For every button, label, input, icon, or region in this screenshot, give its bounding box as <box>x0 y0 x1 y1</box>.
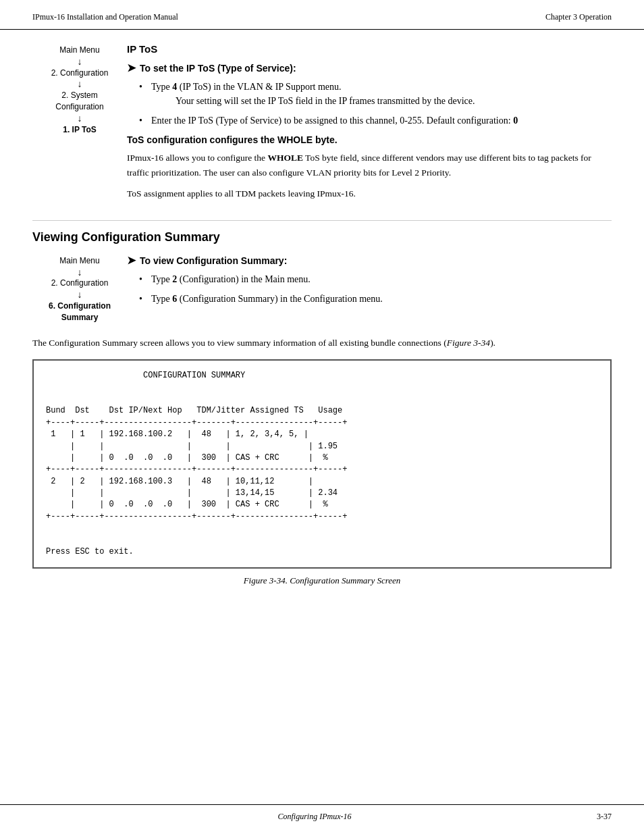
config-summary-bullet-1: Type 2 (Configuration) in the Main menu. <box>139 272 612 286</box>
page-header: IPmux-16 Installation and Operation Manu… <box>0 0 644 30</box>
config-summary-two-col: Main Menu ↓ 2. Configuration ↓ 6. Config… <box>32 254 612 323</box>
config-summary-terminal: CONFIGURATION SUMMARY Bund Dst Dst IP/Ne… <box>32 359 612 569</box>
config-summary-bullet-2: Type 6 (Configuration Summary) in the Co… <box>139 292 612 306</box>
nav-arrow-2b: ↓ <box>32 289 127 301</box>
nav-arrow-1a: ↓ <box>32 56 127 68</box>
section-divider <box>32 220 612 221</box>
ip-tos-indent-text: Your setting will set the IP ToS field i… <box>176 94 612 108</box>
nav-configuration-2: 2. Configuration <box>32 278 127 289</box>
config-summary-proc-label: To view Configuration Summary: <box>140 255 287 266</box>
ip-tos-section: Main Menu ↓ 2. Configuration ↓ 2. System… <box>32 43 612 208</box>
ip-tos-bullet-list: Type 4 (IP ToS) in the VLAN & IP Support… <box>127 80 612 128</box>
nav-main-menu-2: Main Menu <box>32 255 127 267</box>
footer-center: Configuring IPmux-16 <box>278 812 352 822</box>
ip-tos-main: IP ToS ➤ To set the IP ToS (Type of Serv… <box>127 43 612 208</box>
tos-assignment-text: ToS assignment applies to all TDM packet… <box>127 186 612 201</box>
config-summary-bullet-list: Type 2 (Configuration) in the Main menu.… <box>127 272 612 306</box>
nav-system-config: 2. SystemConfiguration <box>32 90 127 113</box>
nav-arrow-1b: ↓ <box>32 78 127 90</box>
nav-main-menu-1: Main Menu <box>32 45 127 56</box>
config-summary-heading: Viewing Configuration Summary <box>32 230 612 244</box>
ip-tos-heading: IP ToS <box>127 43 612 55</box>
nav-config-summary: 6. ConfigurationSummary <box>32 301 127 323</box>
footer-right: 3-37 <box>597 812 612 822</box>
proc-arrow-1: ➤ <box>127 61 136 74</box>
header-right: Chapter 3 Operation <box>545 12 612 22</box>
config-summary-nav-tree: Main Menu ↓ 2. Configuration ↓ 6. Config… <box>32 254 127 323</box>
nav-arrow-1c: ↓ <box>32 113 127 124</box>
tos-note-heading: ToS configuration configures the WHOLE b… <box>127 134 612 145</box>
config-summary-proc-heading: ➤ To view Configuration Summary: <box>127 254 612 267</box>
ip-tos-proc-heading: ➤ To set the IP ToS (Type of Service): <box>127 61 612 74</box>
page: IPmux-16 Installation and Operation Manu… <box>0 0 644 834</box>
config-summary-body-text: The Configuration Summary screen allows … <box>32 336 612 350</box>
header-left: IPmux-16 Installation and Operation Manu… <box>32 12 178 22</box>
proc-arrow-2: ➤ <box>127 254 136 267</box>
config-summary-section: Viewing Configuration Summary Main Menu … <box>32 230 612 587</box>
figure-caption: Figure 3-34. Configuration Summary Scree… <box>32 575 612 586</box>
ip-tos-proc-label: To set the IP ToS (Type of Service): <box>140 63 296 74</box>
nav-configuration-1: 2. Configuration <box>32 68 127 79</box>
content-area: Main Menu ↓ 2. Configuration ↓ 2. System… <box>0 30 644 627</box>
ip-tos-nav-tree: Main Menu ↓ 2. Configuration ↓ 2. System… <box>32 43 127 208</box>
nav-ip-tos: 1. IP ToS <box>32 124 127 136</box>
config-summary-main: ➤ To view Configuration Summary: Type 2 … <box>127 254 612 323</box>
nav-arrow-2a: ↓ <box>32 267 127 278</box>
tos-note-body: IPmux-16 allows you to configure the WHO… <box>127 151 612 180</box>
ip-tos-bullet-2: Enter the IP ToS (Type of Service) to be… <box>139 113 612 128</box>
ip-tos-bullet-1: Type 4 (IP ToS) in the VLAN & IP Support… <box>139 80 612 108</box>
page-footer: Configuring IPmux-16 3-37 <box>0 804 644 834</box>
ip-tos-two-col: Main Menu ↓ 2. Configuration ↓ 2. System… <box>32 43 612 208</box>
